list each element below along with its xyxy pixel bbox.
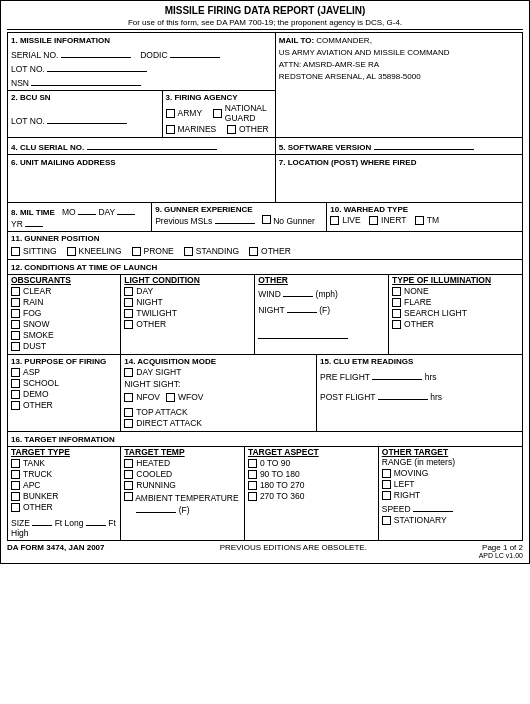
demo-checkbox[interactable] bbox=[11, 390, 20, 399]
ninety-180-row: 90 TO 180 bbox=[248, 469, 375, 479]
other3-checkbox[interactable] bbox=[227, 125, 236, 134]
army-checkbox[interactable] bbox=[166, 109, 175, 118]
snow-row: SNOW bbox=[11, 319, 117, 329]
serial-row: SERIAL NO. DODIC bbox=[11, 48, 272, 60]
nsn-row: NSN bbox=[11, 76, 272, 88]
truck-checkbox[interactable] bbox=[11, 470, 20, 479]
other12-header: OTHER bbox=[258, 275, 385, 285]
rain-checkbox[interactable] bbox=[11, 298, 20, 307]
ambient-checkbox[interactable] bbox=[124, 492, 133, 501]
target-type-header: TARGET TYPE bbox=[11, 447, 117, 457]
attack-mode-col: TOP ATTACK DIRECT ATTACK bbox=[124, 407, 313, 428]
fog-row: FOG bbox=[11, 308, 117, 318]
one80-270-checkbox[interactable] bbox=[248, 481, 257, 490]
running-checkbox[interactable] bbox=[124, 481, 133, 490]
sitting-checkbox[interactable] bbox=[11, 247, 20, 256]
s6-label: 6. UNIT MAILING ADDRESS bbox=[11, 158, 116, 167]
other12c-checkbox[interactable] bbox=[392, 320, 401, 329]
s12-label: 12. CONDITIONS AT TIME OF LAUNCH bbox=[11, 263, 157, 272]
heated-checkbox[interactable] bbox=[124, 459, 133, 468]
post-flight-row: POST FLIGHT hrs bbox=[320, 390, 519, 402]
apc-checkbox[interactable] bbox=[11, 481, 20, 490]
bunker-checkbox[interactable] bbox=[11, 492, 20, 501]
speed-row: SPEED bbox=[382, 502, 519, 514]
left-checkbox[interactable] bbox=[382, 480, 391, 489]
footer-page-label: Page 1 of 2 bbox=[482, 543, 523, 552]
rain-row: RAIN bbox=[11, 297, 117, 307]
no-gunner-checkbox[interactable] bbox=[262, 215, 271, 224]
top-attack-checkbox[interactable] bbox=[124, 408, 133, 417]
none-row: NONE bbox=[392, 286, 519, 296]
range-row: RANGE (in meters) bbox=[382, 457, 519, 467]
s2-label: 2. BCU SN bbox=[11, 93, 159, 102]
direct-attack-row: DIRECT ATTACK bbox=[124, 418, 313, 428]
lot-row: LOT NO. bbox=[11, 62, 272, 74]
dust-checkbox[interactable] bbox=[11, 342, 20, 351]
stationary-checkbox[interactable] bbox=[382, 516, 391, 525]
day-row: DAY bbox=[124, 286, 251, 296]
twilight-row: TWILIGHT bbox=[124, 308, 251, 318]
stationary-row: STATIONARY bbox=[382, 515, 519, 525]
smoke-checkbox[interactable] bbox=[11, 331, 20, 340]
footer-form-label: DA FORM 3474, JAN 2007 bbox=[7, 543, 105, 552]
school-checkbox[interactable] bbox=[11, 379, 20, 388]
night2-row: NIGHT (F) bbox=[258, 303, 385, 315]
prone-checkbox[interactable] bbox=[132, 247, 141, 256]
ninety-180-checkbox[interactable] bbox=[248, 470, 257, 479]
other16-checkbox[interactable] bbox=[11, 503, 20, 512]
day-checkbox[interactable] bbox=[124, 287, 133, 296]
moving-row: MOVING bbox=[382, 468, 519, 478]
twilight-checkbox[interactable] bbox=[124, 309, 133, 318]
s10-label: 10. WARHEAD TYPE bbox=[330, 205, 519, 214]
day-sight-checkbox[interactable] bbox=[124, 368, 133, 377]
none-checkbox[interactable] bbox=[392, 287, 401, 296]
s16-label: 16. TARGET INFORMATION bbox=[11, 435, 115, 444]
other11-checkbox[interactable] bbox=[249, 247, 258, 256]
heated-row: HEATED bbox=[124, 458, 241, 468]
tank-checkbox[interactable] bbox=[11, 459, 20, 468]
other12b-checkbox[interactable] bbox=[124, 320, 133, 329]
army-row: ARMY NATIONAL GUARD bbox=[166, 103, 272, 123]
fog-checkbox[interactable] bbox=[11, 309, 20, 318]
kneeling-checkbox[interactable] bbox=[67, 247, 76, 256]
live-checkbox[interactable] bbox=[330, 216, 339, 225]
clear-checkbox[interactable] bbox=[11, 287, 20, 296]
asp-checkbox[interactable] bbox=[11, 368, 20, 377]
asp-row: ASP bbox=[11, 367, 117, 377]
running-row: RUNNING bbox=[124, 480, 241, 490]
school-row: SCHOOL bbox=[11, 378, 117, 388]
zero-90-row: 0 TO 90 bbox=[248, 458, 375, 468]
standing-checkbox[interactable] bbox=[184, 247, 193, 256]
warhead-row: LIVE INERT TM bbox=[330, 215, 519, 225]
zero-90-checkbox[interactable] bbox=[248, 459, 257, 468]
night-checkbox[interactable] bbox=[124, 298, 133, 307]
direct-attack-checkbox[interactable] bbox=[124, 419, 133, 428]
other16-row: OTHER bbox=[11, 502, 117, 512]
snow-checkbox[interactable] bbox=[11, 320, 20, 329]
other13-row: OTHER bbox=[11, 400, 117, 410]
cooled-checkbox[interactable] bbox=[124, 470, 133, 479]
s8-label: 8. MIL TIME bbox=[11, 208, 55, 217]
right-checkbox[interactable] bbox=[382, 491, 391, 500]
inert-checkbox[interactable] bbox=[369, 216, 378, 225]
searchlight-row: SEARCH LIGHT bbox=[392, 308, 519, 318]
nfov-checkbox[interactable] bbox=[124, 393, 133, 402]
flare-checkbox[interactable] bbox=[392, 298, 401, 307]
searchlight-checkbox[interactable] bbox=[392, 309, 401, 318]
national-guard-checkbox[interactable] bbox=[213, 109, 222, 118]
marines-checkbox[interactable] bbox=[166, 125, 175, 134]
moving-checkbox[interactable] bbox=[382, 469, 391, 478]
s3-label: 3. FIRING AGENCY bbox=[166, 93, 272, 102]
pre-flight-row: PRE FLIGHT hrs bbox=[320, 370, 519, 382]
two70-360-checkbox[interactable] bbox=[248, 492, 257, 501]
other13-checkbox[interactable] bbox=[11, 401, 20, 410]
target-aspect-header: TARGET ASPECT bbox=[248, 447, 375, 457]
other12c-row: OTHER bbox=[392, 319, 519, 329]
smoke-row: SMOKE bbox=[11, 330, 117, 340]
right-row: RIGHT bbox=[382, 490, 519, 500]
ambient-temp-row: AMBIENT TEMPERATURE (F) bbox=[124, 492, 241, 515]
tm-checkbox[interactable] bbox=[415, 216, 424, 225]
form-subtitle: For use of this form, see DA PAM 700-19;… bbox=[128, 18, 402, 27]
wind-row: WIND (mph) bbox=[258, 287, 385, 299]
wfov-checkbox[interactable] bbox=[166, 393, 175, 402]
